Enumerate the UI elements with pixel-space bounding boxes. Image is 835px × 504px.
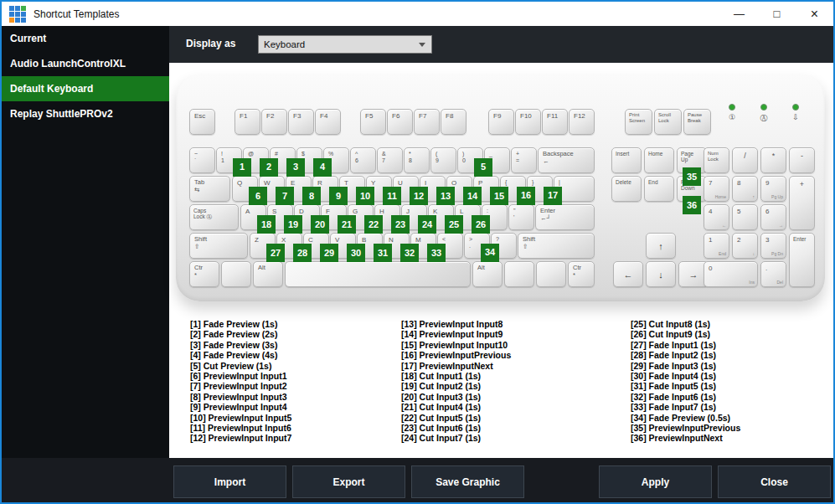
key-shift-left[interactable]: Shift⇧ bbox=[189, 233, 248, 259]
key-equals[interactable]: += bbox=[511, 147, 537, 173]
maximize-button[interactable]: □ bbox=[758, 2, 796, 26]
key-numpad-6[interactable]: 6→ bbox=[760, 204, 786, 230]
key-quote[interactable]: "' bbox=[508, 204, 534, 230]
key-delete[interactable]: Delete bbox=[611, 176, 642, 202]
key-esc[interactable]: Esc bbox=[189, 109, 215, 135]
key-6[interactable]: ^6 bbox=[350, 147, 376, 173]
key-num-lock[interactable]: NumLock bbox=[704, 147, 729, 173]
close-button[interactable]: × bbox=[796, 2, 833, 26]
key-a[interactable]: A18 bbox=[240, 204, 266, 230]
key-arrow-down[interactable]: ↓ bbox=[646, 261, 676, 287]
key-f7[interactable]: F7 bbox=[414, 109, 440, 135]
key-scroll-lock[interactable]: ScrollLock bbox=[654, 109, 682, 135]
key-win-left[interactable] bbox=[221, 261, 251, 287]
minimize-button[interactable]: — bbox=[720, 2, 758, 26]
key-numpad-5[interactable]: 5 bbox=[732, 204, 758, 230]
legend-entry: [7] PreviewInput Input2 bbox=[190, 381, 291, 391]
shortcut-badge-5: 5 bbox=[474, 158, 492, 177]
key-period[interactable]: >.34 bbox=[464, 233, 490, 259]
key-shift-right[interactable]: Shift⇧ bbox=[518, 233, 595, 259]
key-print-screen[interactable]: PrintScreen bbox=[625, 109, 652, 135]
key-0[interactable]: )05 bbox=[457, 147, 483, 173]
key-q[interactable]: Q6 bbox=[232, 176, 258, 202]
key-f5[interactable]: F5 bbox=[360, 109, 386, 135]
key-7[interactable]: &7 bbox=[377, 147, 403, 173]
key-numpad-2[interactable]: 2↓ bbox=[732, 233, 758, 259]
key-f2[interactable]: F2 bbox=[261, 109, 287, 135]
legend-entry: [16] PreviewInputPrevious bbox=[401, 350, 511, 360]
led-caps-lock-icon: Ⓐ bbox=[748, 104, 780, 124]
key-f4[interactable]: F4 bbox=[315, 109, 341, 135]
key-numpad-3[interactable]: 3Pg Dn bbox=[760, 233, 786, 259]
key-arrow-left[interactable]: ← bbox=[613, 261, 643, 287]
sidebar-item-audio-launchcontrolxl[interactable]: Audio LaunchControlXL bbox=[2, 51, 169, 76]
key-menu[interactable] bbox=[504, 261, 534, 287]
key-f12[interactable]: F12 bbox=[569, 109, 595, 135]
key-f9[interactable]: F9 bbox=[488, 109, 514, 135]
key-backtick[interactable]: ~` bbox=[189, 147, 215, 173]
key-numpad-0[interactable]: 0Ins bbox=[704, 261, 758, 287]
shortcut-badge-23: 23 bbox=[391, 215, 410, 234]
key-pause-break[interactable]: PauseBreak bbox=[683, 109, 711, 135]
key-9[interactable]: (9 bbox=[430, 147, 456, 173]
key-enter[interactable]: Enter←┘ bbox=[535, 204, 595, 230]
key-f3[interactable]: F3 bbox=[288, 109, 314, 135]
key-alt-right[interactable]: Alt bbox=[472, 261, 503, 287]
key-f1[interactable]: F1 bbox=[235, 109, 260, 135]
key-insert[interactable]: Insert bbox=[611, 147, 642, 173]
sidebar-item-replay-shuttleprov2[interactable]: Replay ShuttlePROv2 bbox=[2, 101, 169, 126]
legend-entry: [28] Fade Input2 (1s) bbox=[631, 350, 740, 360]
key-page-up[interactable]: PageUp35 bbox=[677, 147, 707, 173]
key-numpad-dot[interactable]: .Del bbox=[760, 261, 786, 287]
apply-button[interactable]: Apply bbox=[599, 465, 712, 498]
key-1[interactable]: !11 bbox=[216, 147, 242, 173]
key-z[interactable]: Z27 bbox=[250, 233, 276, 259]
key-arrow-up[interactable]: ↑ bbox=[646, 233, 676, 259]
legend-entry: [33] Fade Input7 (1s) bbox=[631, 402, 740, 412]
key-tab[interactable]: Tab⇆ bbox=[189, 176, 230, 202]
key-ctrl-left[interactable]: Ctr* bbox=[189, 261, 219, 287]
key-f6[interactable]: F6 bbox=[387, 109, 413, 135]
legend-entry: [10] PreviewInput Input5 bbox=[190, 413, 291, 423]
key-numpad-minus[interactable]: - bbox=[789, 147, 815, 173]
close-button[interactable]: Close bbox=[718, 465, 831, 498]
key-win-right[interactable] bbox=[536, 261, 566, 287]
key-numpad-7[interactable]: 7Home bbox=[704, 176, 729, 202]
key-numpad-8[interactable]: 8↑ bbox=[732, 176, 758, 202]
save-graphic-button[interactable]: Save Graphic bbox=[411, 465, 524, 498]
key-numpad-4[interactable]: 4← bbox=[704, 204, 729, 230]
shortcut-badge-20: 20 bbox=[311, 215, 329, 234]
key-numpad-1[interactable]: 1End bbox=[704, 233, 729, 259]
sidebar-item-default-keyboard[interactable]: Default Keyboard bbox=[2, 76, 169, 101]
key-space[interactable] bbox=[285, 261, 471, 287]
titlebar: Shortcut Templates — □ × bbox=[2, 2, 833, 26]
legend-entry: [24] Cut Input7 (1s) bbox=[401, 433, 511, 443]
led-scroll-lock-icon: ⇩ bbox=[780, 104, 812, 121]
import-button[interactable]: Import bbox=[173, 465, 286, 498]
display-as-select[interactable]: Keyboard bbox=[258, 35, 432, 54]
legend-entry: [25] Cut Input8 (1s) bbox=[631, 319, 740, 329]
key-8[interactable]: *8 bbox=[404, 147, 430, 173]
key-backspace[interactable]: Backspace← bbox=[538, 147, 595, 173]
key-caps-lock[interactable]: CapsLock Ⓐ bbox=[189, 204, 239, 230]
key-home[interactable]: Home bbox=[644, 147, 674, 173]
legend-entry: [21] Cut Input4 (1s) bbox=[401, 402, 511, 412]
key-ctrl-right[interactable]: Ctr* bbox=[568, 261, 595, 287]
shortcut-badge-21: 21 bbox=[338, 215, 356, 234]
shortcut-badge-11: 11 bbox=[383, 187, 401, 205]
export-button[interactable]: Export bbox=[292, 465, 405, 498]
key-f10[interactable]: F10 bbox=[515, 109, 541, 135]
key-numpad-multiply[interactable]: * bbox=[760, 147, 786, 173]
app-logo-icon bbox=[9, 6, 26, 23]
sidebar-item-current[interactable]: Current bbox=[2, 26, 169, 51]
key-end[interactable]: End bbox=[644, 176, 674, 202]
key-numpad-divide[interactable]: / bbox=[732, 147, 758, 173]
legend-entry: [12] PreviewInput Input7 bbox=[190, 433, 291, 443]
key-numpad-plus[interactable]: + bbox=[789, 176, 815, 230]
key-f8[interactable]: F8 bbox=[441, 109, 466, 135]
key-numpad-9[interactable]: 9Pg Up bbox=[760, 176, 786, 202]
key-f11[interactable]: F11 bbox=[542, 109, 568, 135]
shortcut-badge-33: 33 bbox=[427, 244, 446, 262]
key-numpad-enter[interactable]: Enter bbox=[789, 233, 815, 287]
key-alt-left[interactable]: Alt bbox=[253, 261, 283, 287]
